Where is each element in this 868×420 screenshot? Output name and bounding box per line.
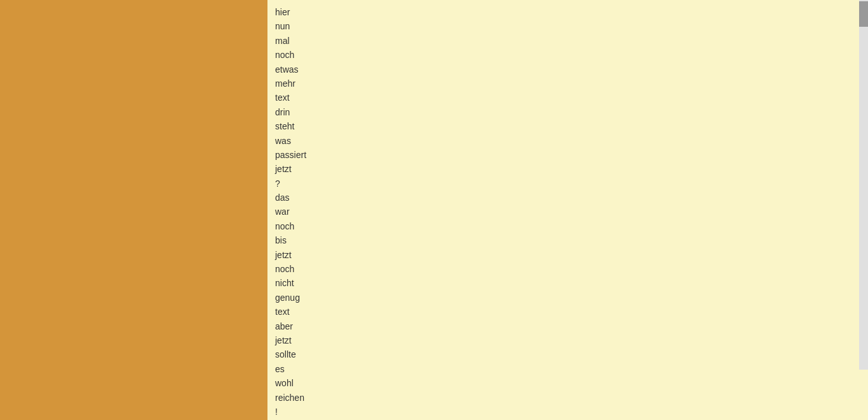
content-line: bis: [275, 233, 860, 247]
content-line: passiert: [275, 148, 860, 162]
main-content: hiernunmalnochetwasmehrtextdrinstehtwasp…: [0, 0, 868, 420]
content-line: es: [275, 362, 860, 376]
content-text: hiernunmalnochetwasmehrtextdrinstehtwasp…: [275, 5, 860, 419]
content-line: nicht: [275, 276, 860, 290]
content-line: hier: [275, 5, 860, 19]
content-line: mal: [275, 34, 860, 48]
content-line: jetzt: [275, 248, 860, 262]
content-area: hiernunmalnochetwasmehrtextdrinstehtwasp…: [267, 0, 868, 420]
content-line: wohl: [275, 376, 860, 390]
content-line: !: [275, 405, 860, 419]
content-line: text: [275, 305, 860, 319]
left-sidebar: [0, 0, 267, 420]
content-line: noch: [275, 48, 860, 62]
content-line: aber: [275, 319, 860, 333]
content-line: ?: [275, 177, 860, 191]
scrollbar-thumb[interactable]: [859, 1, 868, 27]
content-line: sollte: [275, 347, 860, 361]
content-line: das: [275, 191, 860, 205]
content-line: reichen: [275, 391, 860, 405]
content-line: steht: [275, 119, 860, 133]
content-line: war: [275, 205, 860, 219]
content-line: nun: [275, 19, 860, 33]
content-line: genug: [275, 291, 860, 305]
content-line: etwas: [275, 62, 860, 76]
page-wrapper: hiernunmalnochetwasmehrtextdrinstehtwasp…: [0, 0, 868, 420]
content-line: mehr: [275, 76, 860, 91]
content-line: noch: [275, 262, 860, 276]
content-line: jetzt: [275, 333, 860, 347]
content-line: text: [275, 91, 860, 105]
content-line: drin: [275, 105, 860, 119]
content-line: jetzt: [275, 162, 860, 176]
scrollbar-area[interactable]: [859, 0, 868, 370]
content-line: noch: [275, 219, 860, 233]
content-line: was: [275, 134, 860, 148]
